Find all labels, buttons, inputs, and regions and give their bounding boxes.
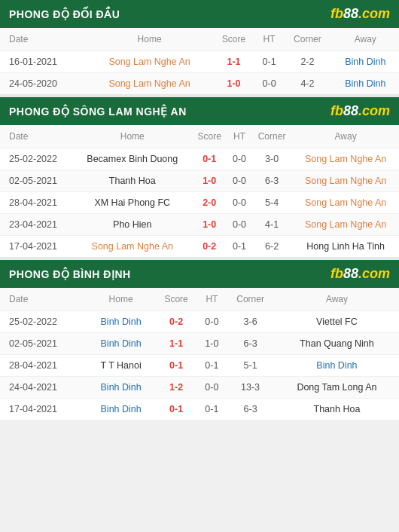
- home-team-link[interactable]: Song Lam Nghe An: [108, 78, 190, 89]
- col-header-corner: Corner: [251, 125, 292, 148]
- cell-score: 0-1: [155, 399, 198, 420]
- cell-date: 17-04-2021: [0, 399, 87, 420]
- col-header-away: Away: [332, 28, 399, 51]
- cell-score: 1-2: [155, 377, 198, 399]
- cell-date: 16-01-2021: [0, 51, 87, 73]
- col-header-date: Date: [0, 28, 87, 51]
- cell-ht: 0-0: [227, 148, 251, 170]
- cell-home: Pho Hien: [73, 214, 191, 236]
- cell-date: 28-04-2021: [0, 355, 87, 377]
- cell-away: Song Lam Nghe An: [292, 214, 399, 236]
- col-header-score: Score: [191, 125, 227, 148]
- col-header-score: Score: [212, 28, 255, 51]
- fb88-logo: fb88.com: [330, 266, 390, 282]
- cell-corner: 5-4: [251, 192, 292, 214]
- cell-corner: 4-1: [251, 214, 292, 236]
- home-team-link[interactable]: Binh Dinh: [101, 338, 142, 349]
- cell-away: Dong Tam Long An: [275, 377, 399, 399]
- cell-home: Song Lam Nghe An: [87, 73, 212, 95]
- table-container-binh-dinh: DateHomeScoreHTCornerAway25-02-2022Binh …: [0, 288, 399, 420]
- home-team-link[interactable]: Binh Dinh: [101, 316, 142, 327]
- cell-away: Thanh Hoa: [275, 399, 399, 420]
- cell-away: Song Lam Nghe An: [292, 170, 399, 192]
- home-team-link[interactable]: Binh Dinh: [101, 404, 142, 414]
- cell-away: Binh Dinh: [332, 51, 399, 73]
- cell-score: 1-0: [191, 170, 227, 192]
- col-header-corner: Corner: [226, 288, 275, 311]
- cell-home: Becamex Binh Duong: [73, 148, 191, 170]
- cell-date: 23-04-2021: [0, 214, 73, 236]
- away-team-link[interactable]: Binh Dinh: [345, 57, 385, 67]
- section-title-song-lam: PHONG ĐỘ SÔNG LAM NGHỆ AN: [9, 105, 187, 118]
- cell-date: 25-02-2022: [0, 311, 87, 333]
- cell-corner: 6-3: [226, 333, 275, 355]
- table-container-song-lam: DateHomeScoreHTCornerAway25-02-2022Becam…: [0, 125, 399, 257]
- cell-date: 24-04-2021: [0, 377, 87, 399]
- section-title-head-to-head: PHONG ĐỘ ĐỐI ĐẦU: [9, 8, 120, 20]
- cell-ht: 0-1: [198, 355, 227, 377]
- cell-ht: 0-0: [198, 377, 227, 399]
- fb88-logo: fb88.com: [330, 103, 390, 119]
- cell-score: 0-1: [191, 148, 227, 170]
- cell-score: 0-1: [155, 355, 198, 377]
- cell-score: 1-0: [191, 214, 227, 236]
- col-header-corner: Corner: [283, 28, 331, 51]
- col-header-ht: HT: [227, 125, 251, 148]
- cell-score: 1-0: [212, 73, 255, 95]
- table-binh-dinh: DateHomeScoreHTCornerAway25-02-2022Binh …: [0, 288, 399, 420]
- cell-corner: 5-1: [226, 355, 275, 377]
- col-header-away: Away: [275, 288, 399, 311]
- cell-away: Hong Linh Ha Tinh: [292, 236, 399, 258]
- section-title-binh-dinh: PHONG ĐỘ BÌNH ĐỊNH: [9, 268, 131, 280]
- cell-away: Binh Dinh: [275, 355, 399, 377]
- away-team-link[interactable]: Song Lam Nghe An: [305, 197, 386, 208]
- home-team-link[interactable]: Binh Dinh: [101, 382, 142, 393]
- cell-corner: 3-0: [251, 148, 292, 170]
- cell-ht: 0-1: [255, 51, 283, 73]
- cell-corner: 4-2: [283, 73, 331, 95]
- cell-corner: 6-3: [226, 399, 275, 420]
- table-row: 02-05-2021Binh Dinh1-11-06-3Than Quang N…: [0, 333, 399, 355]
- section-header-head-to-head: PHONG ĐỘ ĐỐI ĐẦUfb88.com: [0, 0, 399, 28]
- cell-ht: 0-0: [227, 214, 251, 236]
- cell-date: 02-05-2021: [0, 333, 87, 355]
- table-row: 16-01-2021Song Lam Nghe An1-10-12-2Binh …: [0, 51, 399, 73]
- table-row: 02-05-2021Thanh Hoa1-00-06-3Song Lam Ngh…: [0, 170, 399, 192]
- cell-date: 02-05-2021: [0, 170, 73, 192]
- cell-home: Binh Dinh: [87, 311, 155, 333]
- cell-home: Binh Dinh: [87, 333, 155, 355]
- cell-corner: 3-6: [226, 311, 275, 333]
- away-team-link[interactable]: Song Lam Nghe An: [305, 154, 386, 164]
- cell-home: XM Hai Phong FC: [73, 192, 191, 214]
- table-head-to-head: DateHomeScoreHTCornerAway16-01-2021Song …: [0, 28, 399, 94]
- table-row: 25-02-2022Becamex Binh Duong0-10-03-0Son…: [0, 148, 399, 170]
- fb88-logo: fb88.com: [330, 6, 390, 22]
- cell-away: Song Lam Nghe An: [292, 192, 399, 214]
- table-row: 24-05-2020Song Lam Nghe An1-00-04-2Binh …: [0, 73, 399, 95]
- cell-score: 1-1: [212, 51, 255, 73]
- cell-ht: 0-0: [255, 73, 283, 95]
- away-team-link[interactable]: Song Lam Nghe An: [305, 219, 386, 230]
- section-header-binh-dinh: PHONG ĐỘ BÌNH ĐỊNHfb88.com: [0, 260, 399, 288]
- away-team-link[interactable]: Song Lam Nghe An: [305, 176, 386, 186]
- cell-home: T T Hanoi: [87, 355, 155, 377]
- table-row: 28-04-2021XM Hai Phong FC2-00-05-4Song L…: [0, 192, 399, 214]
- cell-date: 25-02-2022: [0, 148, 73, 170]
- table-container-head-to-head: DateHomeScoreHTCornerAway16-01-2021Song …: [0, 28, 399, 94]
- cell-corner: 2-2: [283, 51, 331, 73]
- home-team-link[interactable]: Song Lam Nghe An: [108, 57, 190, 67]
- cell-ht: 0-1: [198, 399, 227, 420]
- away-team-link[interactable]: Binh Dinh: [316, 360, 357, 371]
- home-team-link[interactable]: Song Lam Nghe An: [92, 241, 173, 252]
- col-header-home: Home: [87, 288, 155, 311]
- away-team-link[interactable]: Binh Dinh: [345, 78, 385, 89]
- table-row: 17-04-2021Song Lam Nghe An0-20-16-2Hong …: [0, 236, 399, 258]
- col-header-date: Date: [0, 125, 73, 148]
- cell-corner: 13-3: [226, 377, 275, 399]
- cell-ht: 0-1: [227, 236, 251, 258]
- table-row: 23-04-2021Pho Hien1-00-04-1Song Lam Nghe…: [0, 214, 399, 236]
- cell-away: Than Quang Ninh: [275, 333, 399, 355]
- cell-ht: 1-0: [198, 333, 227, 355]
- cell-ht: 0-0: [198, 311, 227, 333]
- cell-ht: 0-0: [227, 192, 251, 214]
